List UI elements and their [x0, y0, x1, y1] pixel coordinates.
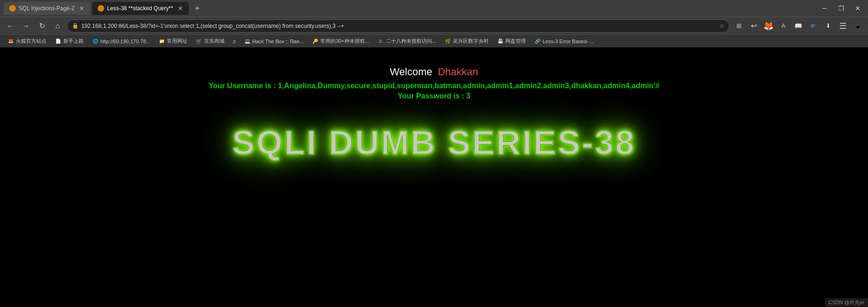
username-label: Dhakkan [438, 66, 478, 78]
bookmark-hackthebox[interactable]: 💻 Hack The Box :: Ran... [240, 37, 307, 46]
bookmark-icon-11: 💾 [497, 38, 504, 45]
bookmarks-bar: 🦊 火狐官方站点 📄 新手上路 🌐 http://60.190.170.78..… [0, 34, 868, 47]
bookmark-label-5: 京东商城 [204, 38, 225, 45]
bookmark-less3[interactable]: 🔗 Less-3 Error Based- ... [530, 37, 598, 46]
bookmark-z[interactable]: z [229, 38, 239, 45]
bookmark-label-4: 常用网址 [167, 38, 187, 45]
status-text: CSDN @许允er [828, 300, 864, 305]
bookmark-label-12: Less-3 Error Based- ... [543, 39, 594, 44]
tab-close-2[interactable]: ✕ [178, 5, 183, 12]
bookmark-jd[interactable]: 🛒 京东商城 [192, 37, 228, 46]
bookmark-huhu[interactable]: 🦊 火狐官方站点 [4, 37, 50, 46]
bookmark-icon-12: 🔗 [534, 38, 541, 45]
browser-window: SQL Injections-Page-2 ✕ Less-38 **stacke… [0, 0, 868, 307]
address-bar[interactable]: 🔒 192.168.1.200:86/Less-38/?id=-1'union … [67, 20, 729, 33]
new-tab-button[interactable]: + [191, 2, 204, 15]
status-bar: CSDN @许允er [825, 298, 868, 307]
bookmark-netdisk[interactable]: 💾 网盘管理 [493, 37, 530, 46]
bookmark-30[interactable]: 🔑 常用的30+种未授权... [308, 37, 373, 46]
bookmark-icon-3: 🌐 [92, 38, 99, 45]
close-window-button[interactable]: ✕ [851, 2, 864, 15]
refresh-button[interactable]: ↻ [35, 20, 48, 33]
bookmark-label-10: 吴兴区数字乡村 [453, 38, 489, 45]
bookmark-newuser[interactable]: 📄 新手上路 [51, 37, 87, 46]
menu-button[interactable]: ☰ [836, 20, 849, 33]
bookmark-label-9: 二十八种未授权访问... [386, 38, 436, 45]
firefox-icon[interactable]: 🦊 [762, 20, 775, 33]
bookmark-icon-4: 📁 [159, 38, 165, 45]
bookmark-label-2: 新手上路 [63, 38, 84, 45]
welcome-line: Welcome Dhakkan [390, 66, 478, 78]
bookmark-star[interactable]: ☆ [719, 23, 724, 29]
nav-bar: ← → ↻ ⌂ 🔒 192.168.1.200:86/Less-38/?id=-… [0, 17, 868, 34]
bookmark-icon-9: ⚠ [378, 38, 384, 45]
tab-favicon-2 [98, 5, 104, 12]
bookmark-icon-1: 🦊 [7, 38, 14, 45]
bookmark-ip[interactable]: 🌐 http://60.190.170.78... [88, 37, 154, 46]
restore-button[interactable]: ❐ [835, 2, 848, 15]
url-text: 192.168.1.200:86/Less-38/?id=-1'union se… [81, 23, 344, 29]
tab-label-2: Less-38 **stacked Query** [107, 5, 173, 12]
forward-button[interactable]: → [20, 20, 33, 33]
tab-less38[interactable]: Less-38 **stacked Query** ✕ [92, 2, 189, 15]
bookmark-label-1: 火狐官方站点 [16, 38, 46, 45]
tab-sql-injections[interactable]: SQL Injections-Page-2 ✕ [4, 2, 90, 15]
nav-right-buttons: ⊞ ↩ 🦊 A 📖 IP ⬇ ☰ 📱 [732, 20, 864, 33]
bookmark-icon-7: 💻 [244, 38, 251, 45]
downloads-button[interactable]: ⬇ [822, 20, 835, 33]
bookmark-wuxing[interactable]: 🌿 吴兴区数字乡村 [441, 37, 492, 46]
tab-close-1[interactable]: ✕ [79, 5, 85, 12]
bookmark-label-3: http://60.190.170.78... [100, 39, 150, 44]
back-btn2[interactable]: ↩ [747, 20, 760, 33]
tab-bar: SQL Injections-Page-2 ✕ Less-38 **stacke… [0, 0, 868, 17]
bookmark-label-6: z [233, 39, 236, 44]
welcome-label: Welcome [390, 66, 432, 78]
bookmark-label-7: Hack The Box :: Ran... [252, 39, 304, 44]
tab-label-1: SQL Injections-Page-2 [19, 5, 74, 12]
extensions-button[interactable]: ⊞ [732, 20, 745, 33]
bookmark-label-8: 常用的30+种未授权... [320, 38, 369, 45]
reader-button[interactable]: 📖 [792, 20, 805, 33]
page-content: Welcome Dhakkan Your Username is : 1,Ang… [0, 47, 868, 307]
series-title: SQLI DUMB SERIES-38 [232, 124, 636, 162]
back-button[interactable]: ← [4, 20, 17, 33]
ip-button[interactable]: IP [807, 20, 820, 33]
bookmark-icon-8: 🔑 [312, 38, 318, 45]
bookmark-label-11: 网盘管理 [505, 38, 526, 45]
tab-favicon-1 [9, 5, 16, 12]
home-button[interactable]: ⌂ [51, 20, 64, 33]
lock-icon: 🔒 [72, 23, 79, 29]
device-button[interactable]: 📱 [851, 20, 864, 33]
password-line: Your Password is : 3 [398, 92, 470, 100]
bookmark-28[interactable]: ⚠ 二十八种未授权访问... [374, 37, 440, 46]
bookmark-icon-5: 🛒 [196, 38, 202, 45]
username-line: Your Username is : 1,Angelina,Dummy,secu… [209, 82, 660, 90]
translate-button[interactable]: A [777, 20, 790, 33]
minimize-button[interactable]: − [818, 2, 831, 15]
bookmark-icon-2: 📄 [55, 38, 61, 45]
bookmark-common[interactable]: 📁 常用网址 [155, 37, 191, 46]
bookmark-icon-10: 🌿 [444, 38, 451, 45]
